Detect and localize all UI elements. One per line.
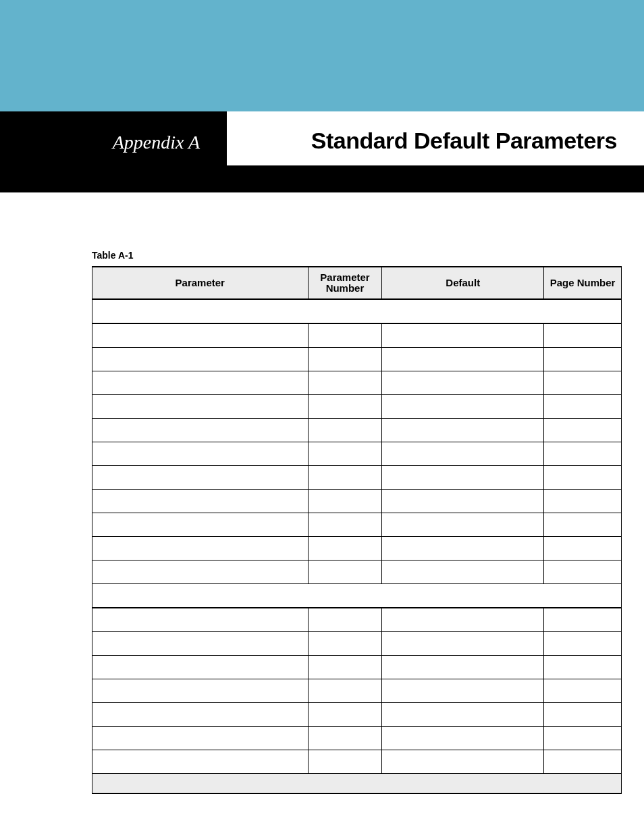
cell-default — [382, 323, 544, 348]
table-row — [92, 513, 622, 537]
cell-param-num — [308, 490, 382, 513]
cell-page — [544, 703, 622, 727]
cell-page — [544, 750, 622, 774]
table-row — [92, 750, 622, 774]
table-row — [92, 490, 622, 513]
table-row — [92, 561, 622, 584]
cell-default — [382, 656, 544, 679]
cell-default — [382, 727, 544, 750]
table-row — [92, 395, 622, 419]
table-row — [92, 703, 622, 727]
cell-param-num — [308, 395, 382, 419]
cell-page — [544, 561, 622, 584]
cell-param-num — [308, 632, 382, 656]
table-row — [92, 608, 622, 632]
cell-page — [544, 656, 622, 679]
cell-param-num — [308, 727, 382, 750]
cell-page — [544, 632, 622, 656]
cell-default — [382, 466, 544, 490]
cell-default — [382, 703, 544, 727]
cell-param-num — [308, 750, 382, 774]
parameters-table: Parameter Parameter Number Default Page … — [92, 266, 622, 794]
cell-parameter — [92, 371, 308, 395]
cell-page — [544, 490, 622, 513]
appendix-label-block: Appendix A — [0, 111, 227, 192]
cell-parameter — [92, 679, 308, 703]
table-row — [92, 679, 622, 703]
cell-default — [382, 419, 544, 442]
cell-parameter — [92, 395, 308, 419]
cell-default — [382, 679, 544, 703]
black-sub-bar — [227, 165, 644, 192]
cell-page — [544, 466, 622, 490]
cell-param-num — [308, 608, 382, 632]
table-row — [92, 323, 622, 348]
title-block: Standard Default Parameters — [227, 111, 644, 165]
content-area: Table A-1 Parameter Parameter Number Def… — [92, 250, 622, 794]
cell-parameter — [92, 750, 308, 774]
cell-param-num — [308, 679, 382, 703]
table-row — [92, 348, 622, 371]
section-cell — [92, 584, 622, 608]
cell-parameter — [92, 656, 308, 679]
col-parameter-number: Parameter Number — [308, 267, 382, 299]
table-row — [92, 537, 622, 561]
cell-parameter — [92, 608, 308, 632]
cell-param-num — [308, 513, 382, 537]
cell-param-num — [308, 537, 382, 561]
cell-parameter — [92, 323, 308, 348]
cell-page — [544, 371, 622, 395]
table-row — [92, 632, 622, 656]
table-section-row — [92, 299, 622, 323]
cell-page — [544, 348, 622, 371]
cell-param-num — [308, 442, 382, 466]
cell-param-num — [308, 561, 382, 584]
cell-param-num — [308, 656, 382, 679]
cell-parameter — [92, 561, 308, 584]
cell-default — [382, 632, 544, 656]
cell-param-num — [308, 323, 382, 348]
cell-default — [382, 561, 544, 584]
cell-page — [544, 419, 622, 442]
table-row — [92, 656, 622, 679]
cell-default — [382, 750, 544, 774]
cell-param-num — [308, 419, 382, 442]
cell-parameter — [92, 348, 308, 371]
cell-page — [544, 442, 622, 466]
top-color-band — [0, 0, 644, 111]
cell-default — [382, 442, 544, 466]
table-section-row — [92, 584, 622, 608]
appendix-label: Appendix A — [113, 132, 200, 153]
cell-param-num — [308, 466, 382, 490]
cell-default — [382, 395, 544, 419]
table-row — [92, 442, 622, 466]
cell-parameter — [92, 537, 308, 561]
cell-parameter — [92, 727, 308, 750]
table-row — [92, 371, 622, 395]
cell-parameter — [92, 419, 308, 442]
col-page-number: Page Number — [544, 267, 622, 299]
cell-default — [382, 537, 544, 561]
cell-page — [544, 727, 622, 750]
table-body — [92, 299, 622, 793]
page-title: Standard Default Parameters — [311, 128, 617, 153]
cell-parameter — [92, 632, 308, 656]
section-cell — [92, 299, 622, 323]
col-parameter: Parameter — [92, 267, 308, 299]
table-footer-row — [92, 774, 622, 794]
cell-param-num — [308, 348, 382, 371]
table-row — [92, 466, 622, 490]
cell-parameter — [92, 513, 308, 537]
cell-page — [544, 679, 622, 703]
cell-default — [382, 490, 544, 513]
table-row — [92, 419, 622, 442]
table-caption: Table A-1 — [92, 250, 622, 261]
footer-cell — [92, 774, 622, 794]
cell-page — [544, 608, 622, 632]
cell-page — [544, 537, 622, 561]
cell-param-num — [308, 703, 382, 727]
page: Appendix A Standard Default Parameters T… — [0, 0, 644, 834]
cell-page — [544, 513, 622, 537]
cell-default — [382, 348, 544, 371]
cell-page — [544, 395, 622, 419]
